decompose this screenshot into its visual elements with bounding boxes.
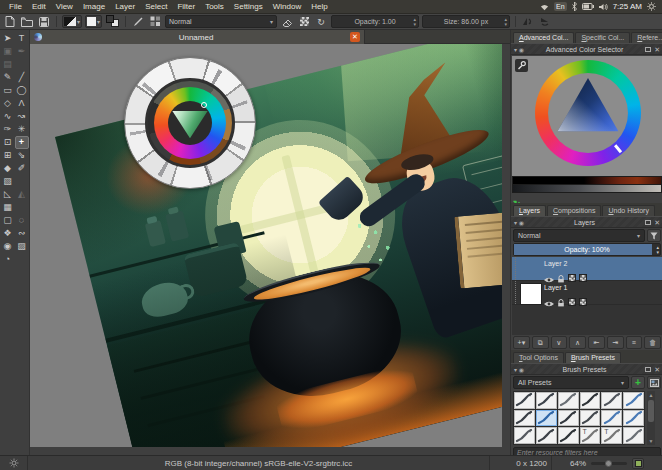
lock-icon[interactable] <box>557 293 565 311</box>
shade-selector[interactable] <box>512 176 662 193</box>
scroll-up-icon[interactable]: ▲ <box>647 391 655 399</box>
menu-item[interactable]: Help <box>306 0 332 14</box>
duplicate-layer-button[interactable]: ⧉ <box>532 336 549 349</box>
preset-filter-select[interactable]: All Presets▾ <box>513 376 629 389</box>
close-docker-icon[interactable]: ✕ <box>654 46 660 53</box>
rect-select-tool[interactable]: ▢ <box>1 214 15 227</box>
freehand-brush-tool[interactable]: ✎ <box>1 71 15 84</box>
blending-mode-select[interactable]: Normal▾ <box>165 15 277 28</box>
preserve-alpha-button[interactable] <box>297 15 311 28</box>
brush-preset[interactable] <box>514 392 535 409</box>
zoom-slider[interactable] <box>591 462 627 465</box>
choose-brush-preset-button[interactable] <box>148 15 162 28</box>
delete-layer-button[interactable]: 🗑 <box>644 336 661 349</box>
inherit-alpha-icon[interactable] <box>579 298 587 306</box>
preset-display-options-button[interactable] <box>647 376 661 389</box>
move-layer-up-button[interactable]: ∧ <box>569 336 586 349</box>
clock[interactable]: 7:25 AM <box>613 2 642 11</box>
spin-arrows[interactable]: ▴▾ <box>414 17 417 27</box>
move-layer-left-button[interactable]: ⇤ <box>588 336 605 349</box>
docker-tab[interactable]: Specific Col... <box>575 32 630 43</box>
mirror-vertical-button[interactable] <box>538 15 552 28</box>
assistants-tool[interactable]: ◺ <box>1 188 15 201</box>
brush-preset[interactable] <box>536 410 557 427</box>
brush-preset[interactable] <box>558 410 579 427</box>
spin-arrows[interactable]: ▴▾ <box>505 17 508 27</box>
docker-collapse-icon[interactable]: ▾ ◉ <box>511 366 527 373</box>
layer-blending-mode-select[interactable]: Normal▾ <box>513 229 645 242</box>
grid-tool[interactable]: ▦ <box>1 201 15 214</box>
shade-strip[interactable] <box>513 185 661 192</box>
perspective-grid-tool[interactable]: ◭ <box>15 188 29 201</box>
edit-shapes-tool[interactable]: ▣ <box>1 45 15 58</box>
measure-tool[interactable]: ⇘ <box>15 149 29 162</box>
freehand-select-tool[interactable]: ∾ <box>15 227 29 240</box>
alpha-lock-icon[interactable] <box>568 298 576 306</box>
float-docker-icon[interactable] <box>645 220 651 225</box>
brush-preset[interactable] <box>558 392 579 409</box>
layer-opacity-slider[interactable]: Opacity: 100% ▴▾ <box>513 243 661 256</box>
menu-item[interactable]: Edit <box>27 0 51 14</box>
ellipse-tool[interactable]: ◯ <box>15 84 29 97</box>
docker-tab[interactable]: Tool Options <box>513 352 564 363</box>
volume-icon[interactable] <box>599 3 608 11</box>
text-tool[interactable]: T <box>15 32 29 45</box>
rectangle-tool[interactable]: ▭ <box>1 84 15 97</box>
layer-thumbnail[interactable] <box>520 283 542 305</box>
calligraphy-tool[interactable]: ✒ <box>15 45 29 58</box>
advanced-color-selector[interactable] <box>512 56 662 176</box>
menu-item[interactable]: Image <box>78 0 110 14</box>
docker-tab[interactable]: Brush Presets <box>565 352 621 363</box>
move-layer-right-button[interactable]: ⇥ <box>607 336 624 349</box>
add-preset-button[interactable]: + <box>631 376 645 389</box>
gradient-chooser-button[interactable]: ▾ <box>62 15 82 28</box>
bluetooth-icon[interactable] <box>572 2 577 11</box>
menu-item[interactable]: Filter <box>172 0 200 14</box>
opacity-spin-arrows[interactable]: ▴▾ <box>656 244 659 255</box>
brush-preset[interactable] <box>601 392 622 409</box>
layer-properties-button[interactable]: ≡ <box>626 336 643 349</box>
open-document-button[interactable] <box>20 15 34 28</box>
artistic-text-tool[interactable]: ▤ <box>1 58 15 71</box>
scroll-down-icon[interactable]: ▼ <box>647 437 655 445</box>
polyline-tool[interactable]: Λ <box>15 97 29 110</box>
close-tab-button[interactable]: ✕ <box>350 32 360 42</box>
close-docker-icon[interactable]: ✕ <box>654 219 660 226</box>
color-sampler-tool[interactable]: ✐ <box>15 162 29 175</box>
pattern-chooser-button[interactable]: ▾ <box>85 15 102 28</box>
layer-row[interactable]: Layer 2 <box>512 257 662 281</box>
reload-preset-button[interactable]: ↻ <box>314 15 328 28</box>
hue-ring[interactable] <box>535 60 641 166</box>
multibrush-tool[interactable]: ✳ <box>15 123 29 136</box>
visibility-icon[interactable] <box>544 293 554 311</box>
brush-preset[interactable] <box>580 410 601 427</box>
fg-bg-colors-button[interactable] <box>105 15 120 28</box>
menu-item[interactable]: File <box>4 0 27 14</box>
popup-palette[interactable] <box>124 57 256 189</box>
selection-mode-icon[interactable] <box>0 456 28 470</box>
brush-preset[interactable] <box>623 392 644 409</box>
docker-collapse-icon[interactable]: ▾ ◉ <box>511 219 527 226</box>
move-layer-down-button[interactable]: ∨ <box>551 336 568 349</box>
menu-item[interactable]: Settings <box>229 0 268 14</box>
document-tab[interactable]: Unnamed ✕ <box>30 30 365 44</box>
brush-preset[interactable] <box>623 410 644 427</box>
canvas[interactable]: ▲ ▼ <box>30 44 502 447</box>
bezier-curve-tool[interactable]: ∿ <box>1 110 15 123</box>
menu-item[interactable]: Layer <box>110 0 140 14</box>
brush-preset[interactable]: T <box>601 427 622 444</box>
battery-icon[interactable] <box>582 3 594 10</box>
wifi-icon[interactable] <box>540 3 549 11</box>
keyboard-indicator[interactable]: En <box>554 2 567 11</box>
brush-preset[interactable] <box>623 427 644 444</box>
edit-brush-settings-button[interactable] <box>131 15 145 28</box>
scrollbar-thumb[interactable] <box>648 400 654 422</box>
menu-item[interactable]: View <box>51 0 78 14</box>
docker-tab[interactable]: Compositions <box>547 205 601 216</box>
layer-row[interactable]: Layer 1 <box>512 281 662 305</box>
fit-canvas-button[interactable] <box>632 458 644 469</box>
ellipse-select-tool[interactable]: ◌ <box>15 214 29 227</box>
zoom-slider-handle[interactable] <box>605 460 612 467</box>
docker-tab[interactable]: Refere... <box>631 32 662 43</box>
shape-select-tool[interactable]: ➤ <box>1 32 15 45</box>
